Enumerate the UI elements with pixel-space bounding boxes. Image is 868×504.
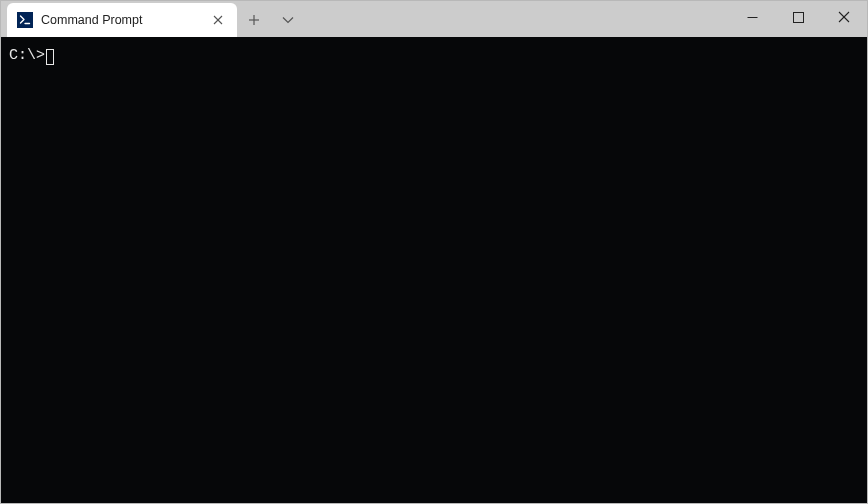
tab-close-button[interactable] [209, 11, 227, 29]
terminal-icon [17, 12, 33, 28]
close-button[interactable] [821, 1, 867, 33]
terminal-viewport[interactable]: C:\> [1, 37, 867, 503]
new-tab-button[interactable] [237, 3, 271, 37]
svg-rect-6 [793, 12, 803, 22]
window-titlebar: Command Prompt [1, 1, 867, 37]
prompt-line: C:\> [9, 47, 859, 65]
tab-title: Command Prompt [41, 13, 199, 27]
prompt-text: C:\> [9, 47, 45, 65]
maximize-button[interactable] [775, 1, 821, 33]
minimize-button[interactable] [729, 1, 775, 33]
window-controls [729, 1, 867, 33]
tab-command-prompt[interactable]: Command Prompt [7, 3, 237, 37]
tab-dropdown-button[interactable] [271, 3, 305, 37]
cursor [46, 49, 54, 65]
